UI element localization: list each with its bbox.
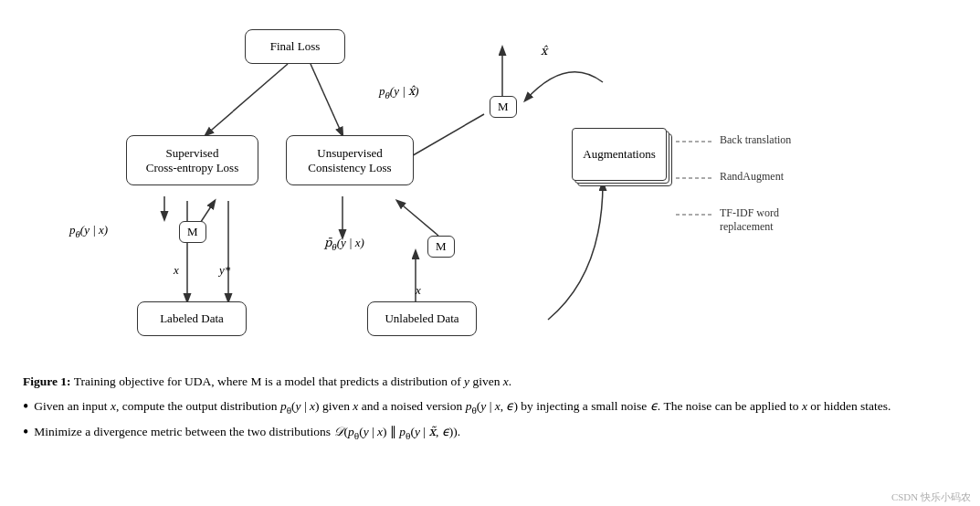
unsupervised-loss-box: UnsupervisedConsistency Loss [286,135,414,185]
p-bar-theta-label: p̄θ(y | x) [324,236,364,252]
x-hat-label: x̂ [541,44,547,58]
tfidf-label: TF-IDF wordreplacement [720,206,779,234]
bullet-dot-2: • [23,424,28,440]
x-left-label: x [174,263,179,278]
x-right-label: x [416,283,421,298]
labeled-data-box: Labeled Data [137,301,247,336]
y-star-label: y* [219,263,230,278]
m-box-1: M [179,221,206,243]
back-translation-label: Back translation [720,133,791,147]
bullet-item-1: • Given an input x, compute the output d… [23,396,957,418]
bullet-text-2: Minimize a divergence metric between the… [34,422,460,444]
randaugment-label: RandAugment [720,170,784,184]
watermark: CSDN 快乐小码农 [891,490,971,504]
svg-line-1 [311,64,342,135]
svg-line-0 [205,64,288,135]
bullet-dot-1: • [23,398,28,415]
main-container: Final Loss SupervisedCross-entropy Loss … [0,0,980,457]
bullet-item-2: • Minimize a divergence metric between t… [23,422,957,444]
final-loss-box: Final Loss [245,29,345,64]
figure-caption: Figure 1: Training objective for UDA, wh… [18,373,962,391]
bullet-text-1: Given an input x, compute the output dis… [34,396,890,418]
p-theta-x-label: pθ(y | x) [69,223,108,239]
m-box-2: M [427,236,455,258]
unlabeled-data-box: Unlabeled Data [367,301,477,336]
diagram: Final Loss SupervisedCross-entropy Loss … [18,9,962,365]
svg-line-7 [397,201,438,236]
m-box-3: M [490,96,517,118]
supervised-loss-box: SupervisedCross-entropy Loss [126,135,258,185]
p-theta-xhat-label: pθ(y | x̂) [379,84,419,100]
augmentations-stack: Augmentations [572,128,672,192]
bullet-list: • Given an input x, compute the output d… [18,396,962,443]
